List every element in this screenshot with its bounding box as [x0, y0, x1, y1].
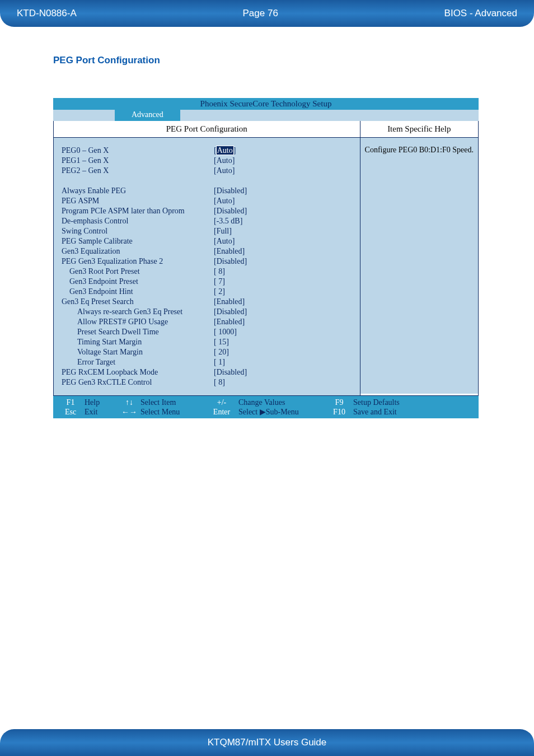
right-pane-header: Item Specific Help: [360, 121, 478, 138]
settings-list: PEG0 – Gen X[Auto]PEG1 – Gen X[Auto]PEG2…: [54, 138, 360, 395]
setting-row[interactable]: PEG Gen3 RxCTLE Control[ 8]: [62, 377, 353, 388]
key-f10: F10: [325, 407, 353, 417]
tab-advanced[interactable]: Advanced: [115, 110, 180, 121]
setting-row[interactable]: PEG0 – Gen X[Auto]: [62, 146, 353, 156]
setting-label: PEG RxCEM Loopback Mode: [62, 367, 214, 377]
setting-label: Error Target: [62, 357, 214, 367]
setting-row[interactable]: Program PCIe ASPM later than Oprom[Disab…: [62, 206, 353, 216]
setting-row[interactable]: Gen3 Endpoint Hint[ 2]: [62, 287, 353, 297]
action-change-values: Change Values: [238, 398, 325, 407]
footer-row-2: Esc Exit ←→ Select Menu Enter Select ▶Su…: [57, 407, 475, 417]
bios-screenshot: Phoenix SecureCore Technology Setup Adva…: [53, 98, 479, 418]
action-select-item: Select Item: [140, 398, 205, 407]
setting-value: [Auto]: [214, 236, 235, 246]
setting-value: [Enabled]: [214, 246, 245, 256]
bios-title: Phoenix SecureCore Technology Setup: [53, 98, 479, 110]
setting-row[interactable]: De-emphasis Control[-3.5 dB]: [62, 216, 353, 226]
setting-value: [ 1]: [214, 357, 225, 367]
setting-value: [ 7]: [214, 277, 225, 287]
action-setup-defaults: Setup Defaults: [353, 398, 432, 407]
setting-label: PEG2 – Gen X: [62, 166, 214, 176]
setting-row[interactable]: PEG2 – Gen X[Auto]: [62, 166, 353, 176]
setting-value: [ 8]: [214, 377, 225, 388]
key-f9: F9: [325, 398, 353, 407]
bios-footer-keys: F1 Help ↑↓ Select Item +/- Change Values…: [53, 396, 479, 418]
setting-label: Voltage Start Margin: [62, 347, 214, 357]
setting-label: PEG Sample Calibrate: [62, 236, 214, 246]
setting-row[interactable]: Gen3 Root Port Preset[ 8]: [62, 267, 353, 277]
page-number: Page 76: [243, 8, 278, 19]
setting-value: [Auto]: [214, 146, 236, 156]
page-footer-banner: KTQM87/mITX Users Guide: [0, 729, 534, 756]
action-select-submenu: Select ▶Sub-Menu: [238, 407, 325, 417]
setting-value: [Disabled]: [214, 367, 247, 377]
key-f1: F1: [57, 398, 85, 407]
setting-row[interactable]: Error Target[ 1]: [62, 357, 353, 367]
setting-row[interactable]: Voltage Start Margin[ 20]: [62, 347, 353, 357]
action-help: Help: [85, 398, 118, 407]
setting-row[interactable]: PEG Gen3 Equalization Phase 2[Disabled]: [62, 256, 353, 267]
setting-row[interactable]: Swing Control[Full]: [62, 226, 353, 236]
setting-value: [Auto]: [214, 196, 235, 206]
setting-label: PEG Gen3 Equalization Phase 2: [62, 256, 214, 267]
setting-value: [ 1000]: [214, 327, 237, 337]
bios-help-pane: Item Specific Help Configure PEG0 B0:D1:…: [360, 121, 478, 395]
key-leftright: ←→: [118, 407, 140, 417]
setting-value: [ 20]: [214, 347, 229, 357]
setting-label: Preset Search Dwell Time: [62, 327, 214, 337]
setting-row[interactable]: Always re-search Gen3 Eq Preset[Disabled…: [62, 307, 353, 317]
setting-row[interactable]: Gen3 Endpoint Preset[ 7]: [62, 277, 353, 287]
setting-label: Gen3 Root Port Preset: [62, 267, 214, 277]
setting-value: [Enabled]: [214, 297, 245, 307]
setting-row[interactable]: PEG RxCEM Loopback Mode[Disabled]: [62, 367, 353, 377]
action-select-menu: Select Menu: [140, 407, 205, 417]
setting-value: [Disabled]: [214, 307, 247, 317]
key-plusminus: +/-: [205, 398, 238, 407]
setting-label: Gen3 Eq Preset Search: [62, 297, 214, 307]
setting-row[interactable]: PEG Sample Calibrate[Auto]: [62, 236, 353, 246]
setting-label: Swing Control: [62, 226, 214, 236]
setting-value: [Full]: [214, 226, 232, 236]
left-pane-header: PEG Port Configuration: [54, 121, 360, 138]
setting-label: Gen3 Equalization: [62, 246, 214, 256]
setting-value: [Disabled]: [214, 186, 247, 196]
setting-value: [ 15]: [214, 337, 229, 347]
setting-value: [Auto]: [214, 156, 235, 166]
setting-label: Gen3 Endpoint Preset: [62, 277, 214, 287]
setting-row[interactable]: Gen3 Eq Preset Search[Enabled]: [62, 297, 353, 307]
setting-label: PEG1 – Gen X: [62, 156, 214, 166]
bios-body: PEG Port Configuration PEG0 – Gen X[Auto…: [53, 121, 479, 396]
setting-row[interactable]: Timing Start Margin[ 15]: [62, 337, 353, 347]
key-enter: Enter: [205, 407, 238, 417]
action-exit: Exit: [85, 407, 118, 417]
setting-row[interactable]: Preset Search Dwell Time[ 1000]: [62, 327, 353, 337]
setting-row[interactable]: PEG ASPM[Auto]: [62, 196, 353, 206]
setting-label: Always Enable PEG: [62, 186, 214, 196]
bios-left-pane: PEG Port Configuration PEG0 – Gen X[Auto…: [54, 121, 360, 395]
setting-value: [ 8]: [214, 267, 225, 277]
setting-row[interactable]: Gen3 Equalization[Enabled]: [62, 246, 353, 256]
setting-row[interactable]: Always Enable PEG[Disabled]: [62, 186, 353, 196]
setting-row[interactable]: Allow PREST# GPIO Usage[Enabled]: [62, 317, 353, 327]
footer-row-1: F1 Help ↑↓ Select Item +/- Change Values…: [57, 398, 475, 407]
page-header-banner: KTD-N0886-A Page 76 BIOS - Advanced: [0, 0, 534, 27]
setting-value: [Disabled]: [214, 206, 247, 216]
section-heading: PEG Port Configuration: [53, 55, 534, 66]
setting-label: Allow PREST# GPIO Usage: [62, 317, 214, 327]
bios-tabstrip: Advanced: [53, 110, 479, 121]
doc-id: KTD-N0886-A: [17, 8, 77, 19]
action-save-exit: Save and Exit: [353, 407, 432, 417]
footer-title: KTQM87/mITX Users Guide: [208, 737, 327, 748]
setting-row[interactable]: PEG1 – Gen X[Auto]: [62, 156, 353, 166]
setting-label: PEG Gen3 RxCTLE Control: [62, 377, 214, 388]
setting-label: Always re-search Gen3 Eq Preset: [62, 307, 214, 317]
section-name: BIOS - Advanced: [444, 8, 517, 19]
setting-label: De-emphasis Control: [62, 216, 214, 226]
setting-value: [Enabled]: [214, 317, 245, 327]
setting-value: [ 2]: [214, 287, 225, 297]
key-esc: Esc: [57, 407, 85, 417]
setting-value: [Disabled]: [214, 256, 247, 267]
setting-value: [Auto]: [214, 166, 235, 176]
key-updown: ↑↓: [118, 398, 140, 407]
setting-label: Timing Start Margin: [62, 337, 214, 347]
